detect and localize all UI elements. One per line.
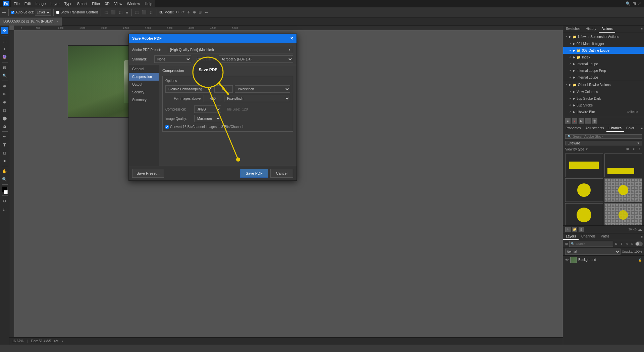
hand-tool[interactable]: ✋ — [1, 168, 8, 175]
quick-mask[interactable]: ⊙ — [1, 197, 8, 205]
cloud-icon[interactable]: ☁ — [638, 227, 642, 232]
menu-edit[interactable]: Edit — [22, 0, 33, 7]
tab-actions[interactable]: Actions — [599, 26, 615, 33]
action-group-header-other[interactable]: ✓ ▶ 📁 Other Lifewire Actions — [563, 81, 644, 88]
dialog-titlebar[interactable]: Save Adobe PDF × — [129, 34, 297, 43]
layer-visibility-icon[interactable]: 👁 — [565, 258, 569, 262]
statusbar-arrow[interactable]: › — [62, 339, 63, 343]
new-action-btn[interactable]: + — [585, 118, 591, 124]
downsampling-unit-select[interactable]: Pixels/Inch — [235, 85, 290, 93]
for-images-unit-select[interactable]: Pixels/Inch — [224, 95, 290, 102]
lib-search-input[interactable] — [573, 135, 640, 138]
sidebar-item-compression[interactable]: Compression — [129, 73, 159, 81]
sidebar-item-security[interactable]: Security — [129, 88, 159, 96]
path-tool[interactable]: ◻ — [1, 149, 8, 157]
menu-file[interactable]: File — [11, 0, 22, 7]
sidebar-item-summary[interactable]: Summary — [129, 96, 159, 104]
move-tool[interactable]: ✛ — [1, 27, 8, 34]
downsampling-value-input[interactable] — [214, 85, 233, 93]
lib-thumb-6[interactable] — [604, 203, 642, 225]
layers-search-input[interactable] — [576, 242, 611, 246]
save-preset-btn[interactable]: Save Preset... — [132, 169, 164, 178]
menu-view[interactable]: View — [112, 0, 125, 7]
tab-layers[interactable]: Layers — [563, 233, 579, 240]
menu-3d[interactable]: 3D — [103, 0, 112, 7]
downsampling-select[interactable]: Bicubic Downsampling To — [165, 85, 212, 93]
convert-checkbox-row[interactable]: Convert 16 Bit/Channel Images to 8 Bits/… — [165, 125, 290, 129]
menu-filter[interactable]: Filter — [90, 0, 102, 7]
menu-window[interactable]: Window — [124, 0, 142, 7]
sidebar-item-output[interactable]: Output — [129, 81, 159, 88]
arrange-icon[interactable]: ⊞ — [633, 1, 636, 6]
ellipsis-btn[interactable]: ··· — [204, 10, 209, 14]
menu-layer[interactable]: Layer — [48, 0, 62, 7]
3d-btn-1[interactable]: ↻ — [175, 10, 179, 14]
cancel-btn[interactable]: Cancel — [270, 169, 293, 178]
align-btn-2[interactable]: ⬛ — [110, 10, 117, 14]
action-item-outline-loupe[interactable]: ✓ ▶ 📁 002 Outline Loupe — [563, 47, 644, 54]
dodge-tool[interactable]: ◕ — [1, 123, 8, 130]
align-btn-6[interactable]: ⬛ — [141, 10, 148, 14]
record-btn[interactable]: ● — [572, 118, 577, 124]
menu-help[interactable]: Help — [143, 0, 155, 7]
action-group-header-lifewire[interactable]: ✓ ▶ 📁 Lifewire Screenshot Actions — [563, 33, 644, 40]
eyedropper-tool[interactable]: 🔍 — [1, 72, 8, 79]
image-quality-select[interactable]: Maximum — [194, 115, 221, 122]
align-btn-4[interactable]: ≡ — [125, 10, 129, 14]
panel-menu-icon3[interactable]: ≡ — [641, 234, 643, 238]
action-item-lifewire-blur[interactable]: ✓ ▶ Lifewire Blur Shift+F2 — [563, 108, 644, 115]
action-item-3up-stroke[interactable]: ✓ ▶ 3up Stroke — [563, 102, 644, 108]
align-btn-7[interactable]: ⬚ — [149, 10, 154, 14]
align-btn-5[interactable]: ⬚ — [134, 10, 140, 14]
shape-tool[interactable]: ■ — [1, 157, 8, 165]
for-images-value-input[interactable] — [204, 95, 222, 102]
lib-thumb-1[interactable] — [565, 153, 603, 177]
brush-tool[interactable]: ✏ — [1, 90, 8, 98]
lib-thumb-3[interactable] — [565, 178, 603, 202]
auto-select-check[interactable]: Auto-Select: — [11, 10, 34, 14]
patch-tool[interactable]: ⊕ — [1, 82, 8, 90]
blend-mode-select[interactable]: Normal — [565, 249, 621, 255]
sort-icon[interactable]: ↕ — [637, 147, 642, 151]
menu-image[interactable]: Image — [33, 0, 48, 7]
3d-btn-5[interactable]: ⊞ — [198, 10, 202, 14]
compression-type-select[interactable]: JPEG — [194, 105, 221, 113]
selection-tool[interactable]: ⬚ — [1, 37, 8, 45]
tab-properties[interactable]: Properties — [563, 125, 583, 132]
play-btn[interactable]: ▶ — [579, 118, 584, 124]
show-transform-check[interactable]: Show Transform Controls — [56, 10, 98, 14]
3d-btn-4[interactable]: ⊕ — [192, 10, 197, 14]
layers-filter-btn-4[interactable]: S — [630, 241, 635, 246]
grid-view-icon[interactable]: ⊞ — [625, 147, 630, 151]
action-item-internal-loupe-prep2[interactable]: ✓ ▶ Internal Loupe Prep — [563, 67, 644, 74]
3d-btn-3[interactable]: ✛ — [186, 10, 191, 14]
tab-channels[interactable]: Channels — [579, 233, 598, 240]
menu-select[interactable]: Select — [75, 0, 90, 7]
lasso-tool[interactable]: ⌖ — [1, 45, 8, 53]
convert-checkbox[interactable] — [165, 125, 169, 129]
sidebar-item-general[interactable]: General — [129, 65, 159, 73]
tab-paths[interactable]: Paths — [598, 233, 612, 240]
layers-search-bar[interactable]: 🔍 — [569, 241, 613, 247]
align-btn-1[interactable]: ⬚ — [103, 10, 109, 14]
pen-tool[interactable]: ✒ — [1, 133, 8, 140]
list-view-icon[interactable]: ≡ — [631, 147, 636, 151]
tab-color[interactable]: Color — [624, 125, 637, 132]
tab-libraries[interactable]: Libraries — [606, 125, 624, 132]
panel-menu-icon2[interactable]: ≡ — [641, 126, 643, 130]
lib-search-bar[interactable]: 🔍 — [565, 134, 642, 139]
menu-type[interactable]: Type — [62, 0, 75, 7]
dialog-close-btn[interactable]: × — [290, 36, 293, 41]
action-item-view-columns[interactable]: ✓ ▶ View Columns — [563, 88, 644, 95]
lib-thumb-4[interactable] — [604, 178, 642, 202]
tab-adjustments[interactable]: Adjustments — [583, 125, 606, 132]
background-color[interactable] — [4, 190, 8, 194]
3d-btn-2[interactable]: ⟳ — [181, 10, 185, 14]
expand-icon[interactable]: ⤢ — [638, 1, 641, 6]
layers-filter-icon[interactable]: ⊞ — [565, 242, 569, 246]
paint-bucket-tool[interactable]: ⬤ — [1, 115, 8, 122]
new-folder-btn[interactable]: 📁 — [572, 227, 577, 232]
layers-filter-btn-2[interactable]: T — [619, 241, 624, 246]
magic-wand-tool[interactable]: 🔮 — [1, 53, 8, 61]
layers-toggle[interactable] — [635, 241, 643, 246]
